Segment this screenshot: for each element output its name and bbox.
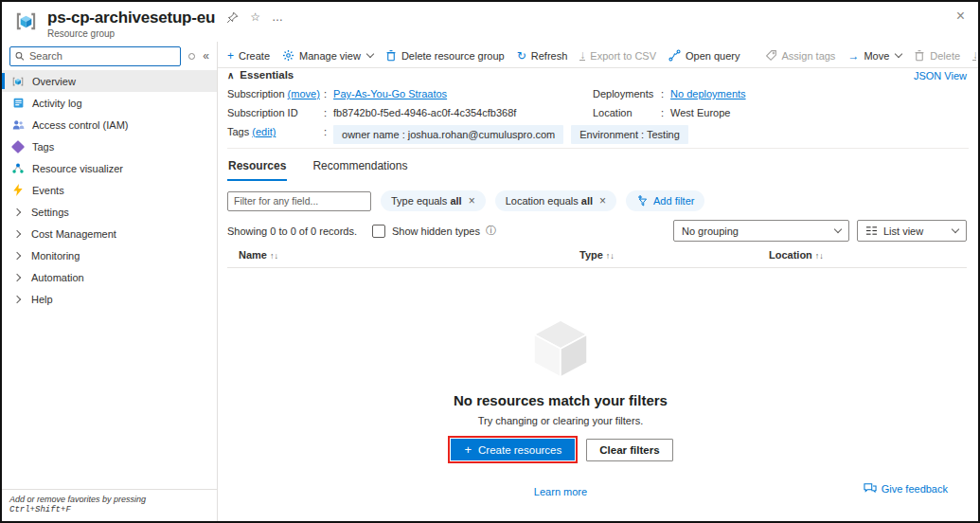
chevron-down-icon [834, 225, 842, 233]
sidebar-item-access-control[interactable]: Access control (IAM) [2, 114, 217, 135]
sidebar-group-settings[interactable]: Settings [2, 201, 217, 223]
more-options-icon[interactable]: … [272, 10, 283, 24]
chevron-right-icon [13, 273, 21, 280]
sidebar-group-help[interactable]: Help [2, 288, 217, 310]
sort-icon: ↑↓ [270, 251, 278, 261]
create-button[interactable]: + Create [227, 50, 270, 62]
refresh-button[interactable]: ↻ Refresh [517, 50, 568, 62]
chevron-right-icon [13, 207, 21, 215]
column-type[interactable]: Type↑↓ [579, 249, 769, 261]
favorite-star-icon[interactable]: ☆ [250, 10, 260, 24]
filter-field-input[interactable] [227, 191, 371, 211]
sidebar-item-tags[interactable]: Tags [2, 135, 217, 157]
separator: : [661, 106, 664, 119]
query-icon [668, 49, 681, 62]
sidebar-item-resource-visualizer[interactable]: Resource visualizer [2, 157, 217, 179]
sidebar-item-label: Activity log [32, 98, 82, 109]
move-button[interactable]: → Move [847, 50, 901, 62]
sidebar-group-monitoring[interactable]: Monitoring [2, 244, 217, 266]
sidebar-item-label: Tags [32, 141, 54, 153]
sidebar-item-label: Automation [31, 272, 84, 283]
tab-resources[interactable]: Resources [227, 157, 287, 181]
tags-icon [11, 140, 25, 153]
chevron-right-icon [13, 229, 21, 237]
resource-menu: Overview Activity log Access control (IA… [2, 70, 217, 310]
favorites-shortcut: Ctrl+Shift+F [9, 505, 71, 514]
close-blade-icon[interactable]: × [956, 9, 965, 24]
view-dropdown[interactable]: List view [857, 220, 967, 242]
export-template-button[interactable]: ↓ Export template [972, 50, 976, 62]
trash-icon [914, 49, 925, 62]
tag-pill-owner[interactable]: owner name : joshua.rohan@cumuluspro.com [333, 125, 563, 144]
trash-icon [385, 49, 397, 62]
manage-view-button[interactable]: Manage view [282, 49, 373, 62]
filter-pill-location[interactable]: Location equals all × [495, 190, 616, 211]
titlebar: ps-cp-archivesetup-eu ☆ … Resource group… [2, 2, 978, 42]
grouping-dropdown[interactable]: No grouping [673, 220, 849, 242]
command-bar: + Create Manage view Delete resource gro… [227, 45, 976, 65]
chevron-down-icon [895, 50, 902, 58]
create-resources-button[interactable]: + Create resources [451, 439, 575, 460]
give-feedback-link[interactable]: Give feedback [864, 482, 948, 495]
remove-filter-icon[interactable]: × [599, 194, 606, 207]
resource-group-icon [13, 9, 39, 34]
sort-icon: ↑↓ [815, 251, 824, 261]
remove-filter-icon[interactable]: × [469, 194, 475, 207]
sidebar-search[interactable] [9, 46, 181, 66]
clear-filters-button[interactable]: Clear filters [586, 439, 672, 461]
records-row: Showing 0 to 0 of 0 records. Show hidden… [227, 220, 967, 242]
essentials-left-column: Subscription (move) : Pay-As-You-Go Stra… [227, 87, 587, 150]
edit-tags-link[interactable]: (edit) [252, 126, 276, 137]
resources-table-header: Name↑↓ Type↑↓ Location↑↓ [227, 245, 967, 268]
chevron-right-icon [13, 251, 21, 259]
search-scope-icon[interactable] [188, 53, 195, 60]
separator: : [324, 106, 327, 119]
sidebar-item-label: Events [32, 185, 64, 196]
tab-recommendations[interactable]: Recommendations [312, 157, 408, 181]
separator: : [324, 125, 327, 138]
sidebar-item-label: Overview [32, 76, 76, 87]
json-view-link[interactable]: JSON View [914, 70, 967, 81]
sidebar-group-cost-management[interactable]: Cost Management [2, 223, 217, 244]
favorites-hint: Add or remove favorites by pressing Ctrl… [2, 489, 217, 521]
tag-pill-environment[interactable]: Environment : Testing [571, 125, 688, 144]
chevron-down-icon [952, 225, 959, 233]
sidebar-item-events[interactable]: Events [2, 179, 217, 201]
sidebar-item-label: Access control (IAM) [32, 119, 128, 131]
info-icon[interactable]: ⓘ [486, 224, 496, 238]
subscription-link[interactable]: Pay-As-You-Go Straatos [333, 87, 447, 100]
delete-button[interactable]: Delete [914, 49, 960, 62]
sidebar-item-label: Settings [31, 207, 69, 218]
sidebar-item-activity-log[interactable]: Activity log [2, 92, 217, 114]
subscription-label: Subscription [227, 88, 285, 99]
resource-type-subtitle: Resource group [47, 28, 283, 39]
move-subscription-link[interactable]: (move) [288, 88, 320, 99]
essentials-toggle[interactable]: ∧ Essentials [227, 69, 294, 81]
deployments-row: Deployments : No deployments [593, 87, 905, 100]
sidebar-group-automation[interactable]: Automation [2, 266, 217, 288]
export-to-csv-button[interactable]: ↓ Export to CSV [579, 50, 656, 62]
open-query-button[interactable]: Open query [668, 49, 739, 62]
search-icon [15, 51, 25, 62]
assign-tags-button[interactable]: Assign tags [765, 49, 836, 62]
favorites-hint-text: Add or remove favorites by pressing [9, 495, 146, 504]
sidebar-item-label: Monitoring [31, 250, 80, 262]
show-hidden-types-checkbox[interactable] [372, 225, 385, 238]
search-input[interactable] [29, 50, 175, 62]
filter-pill-type[interactable]: Type equals all × [381, 190, 486, 211]
column-location[interactable]: Location↑↓ [769, 249, 967, 261]
overview-icon [11, 75, 25, 88]
add-filter-button[interactable]: Add filter [626, 190, 704, 211]
pin-icon[interactable] [226, 11, 239, 24]
download-icon: ↓ [579, 50, 585, 62]
separator: : [324, 87, 327, 100]
learn-more-link[interactable]: Learn more [534, 486, 587, 497]
separator: : [661, 87, 664, 100]
delete-resource-group-button[interactable]: Delete resource group [385, 49, 505, 62]
deployments-link[interactable]: No deployments [670, 87, 746, 100]
column-name[interactable]: Name↑↓ [239, 249, 579, 261]
essentials-divider [227, 148, 969, 149]
sidebar-item-overview[interactable]: Overview [2, 70, 217, 92]
collapse-sidebar-icon[interactable]: « [203, 50, 209, 62]
sidebar-item-label: Cost Management [31, 228, 116, 240]
